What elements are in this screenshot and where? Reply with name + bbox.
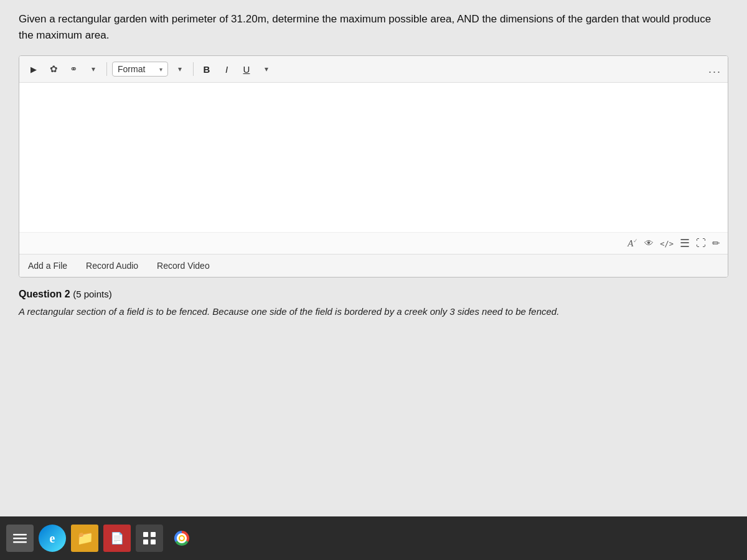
editor-bottom-icons: A✓ 👁 </> ☰ ⛶ ✏ xyxy=(19,232,728,254)
editor-body[interactable] xyxy=(19,83,728,232)
question2-points: (5 points) xyxy=(73,289,112,299)
format-extra-chevron[interactable]: ▾ xyxy=(172,61,188,77)
svg-point-9 xyxy=(180,536,184,540)
format-label: Format xyxy=(118,64,145,74)
main-content: Given a rectangular garden with perimete… xyxy=(0,0,747,516)
svg-rect-5 xyxy=(143,539,148,544)
svg-rect-1 xyxy=(13,538,27,539)
annotation-icon[interactable]: A✓ xyxy=(627,238,638,249)
add-file-label: Add a File xyxy=(28,261,67,271)
taskbar: e 📁 📄 xyxy=(0,516,747,560)
format-dropdown[interactable]: Format ▾ xyxy=(112,62,168,77)
toolbar: ▶ ✿ ⚭ ▾ Format ▾ ▾ xyxy=(19,56,728,83)
taskbar-folder-icon[interactable]: 📁 xyxy=(71,525,98,552)
editor-container: ▶ ✿ ⚭ ▾ Format ▾ ▾ xyxy=(19,55,728,278)
bold-label: B xyxy=(204,64,210,75)
record-audio-button[interactable]: Record Audio xyxy=(86,261,138,271)
italic-label: I xyxy=(225,64,228,75)
eye-icon[interactable]: 👁 xyxy=(644,238,654,249)
question2-body: A rectangular section of a field is to b… xyxy=(19,305,728,319)
taskbar-edge-icon[interactable]: e xyxy=(39,525,66,552)
question2-label: Question 2 xyxy=(19,289,70,299)
toolbar-divider-2 xyxy=(193,62,194,76)
underline-label: U xyxy=(243,64,250,75)
question1-text: Given a rectangular garden with perimete… xyxy=(19,11,728,43)
gear-icon[interactable]: ✿ xyxy=(45,61,62,77)
list-icon[interactable]: ☰ xyxy=(680,236,690,250)
biu-chevron-icon[interactable]: ▾ xyxy=(258,61,275,77)
code-icon[interactable]: </> xyxy=(660,238,674,249)
record-video-button[interactable]: Record Video xyxy=(157,261,210,271)
edit-icon[interactable]: ✏ xyxy=(712,238,720,249)
svg-rect-4 xyxy=(151,532,156,537)
record-video-label: Record Video xyxy=(157,261,210,271)
play-icon[interactable]: ▶ xyxy=(26,61,42,77)
underline-button[interactable]: U xyxy=(238,61,255,77)
expand-icon[interactable]: ⛶ xyxy=(696,238,706,249)
taskbar-file-icon[interactable]: 📄 xyxy=(103,525,131,552)
bold-button[interactable]: B xyxy=(199,61,215,77)
svg-rect-3 xyxy=(143,532,148,537)
toolbar-chevron-icon[interactable]: ▾ xyxy=(85,61,101,77)
italic-button[interactable]: I xyxy=(218,61,235,77)
question2-title: Question 2 (5 points) xyxy=(19,289,728,300)
svg-rect-0 xyxy=(13,534,27,536)
taskbar-chrome-icon[interactable] xyxy=(168,525,195,552)
record-audio-label: Record Audio xyxy=(86,261,138,271)
question2-section: Question 2 (5 points) A rectangular sect… xyxy=(19,289,728,319)
editor-footer: Add a File Record Audio Record Video xyxy=(19,254,728,277)
add-file-button[interactable]: Add a File xyxy=(28,261,67,271)
taskbar-start-icon[interactable] xyxy=(6,525,34,552)
taskbar-apps-icon[interactable] xyxy=(136,525,163,552)
more-options-button[interactable]: ... xyxy=(708,63,721,76)
svg-rect-2 xyxy=(13,541,27,543)
more-label: ... xyxy=(708,63,721,75)
link-icon[interactable]: ⚭ xyxy=(65,61,82,77)
toolbar-divider-1 xyxy=(106,62,107,76)
svg-rect-6 xyxy=(151,539,156,544)
format-chevron-icon: ▾ xyxy=(159,66,162,73)
